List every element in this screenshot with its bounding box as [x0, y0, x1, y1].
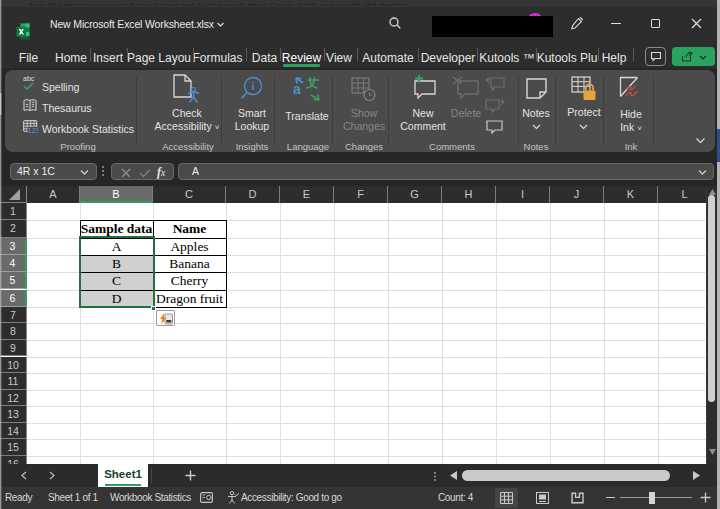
svg-text:123: 123 [28, 126, 39, 134]
svg-text:a: a [293, 81, 301, 97]
